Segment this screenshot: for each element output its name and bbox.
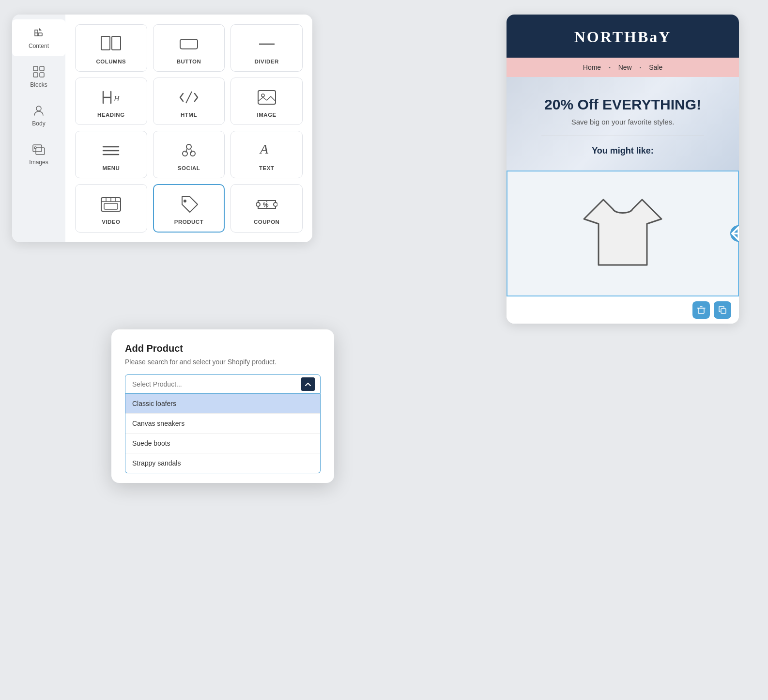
content-panel: Content Blocks Body (12, 15, 312, 242)
block-menu-label: MENU (102, 165, 120, 171)
dialog-subtitle: Please search for and select your Shopif… (125, 358, 321, 366)
add-product-dialog: Add Product Please search for and select… (111, 329, 334, 483)
svg-text:A: A (259, 141, 269, 156)
nav-sale: Sale (649, 63, 662, 71)
promo-title: 20% Off EVERYTHING! (521, 96, 724, 113)
block-text-label: TEXT (259, 165, 274, 171)
svg-rect-29 (104, 203, 118, 209)
block-product[interactable]: PRODUCT (153, 184, 225, 233)
block-social-label: SOCIAL (178, 165, 200, 171)
video-icon (100, 195, 122, 214)
block-columns[interactable]: COLUMNS (75, 24, 147, 72)
svg-point-5 (36, 106, 41, 111)
sidebar-images-label: Images (29, 159, 48, 166)
svg-point-8 (34, 147, 36, 149)
email-preview: NORTHBaY Home • New • Sale 20% Off EVERY… (507, 15, 739, 324)
email-nav: Home • New • Sale (507, 58, 739, 77)
block-text[interactable]: A TEXT (230, 131, 303, 178)
move-icon (730, 185, 739, 282)
image-icon (256, 88, 277, 107)
text-icon: A (256, 141, 277, 160)
block-social[interactable]: SOCIAL (153, 131, 225, 178)
product-option-classic-loafers[interactable]: Classic loafers (125, 394, 320, 413)
body-icon (32, 104, 46, 117)
block-button[interactable]: BUTTON (153, 24, 225, 72)
block-video[interactable]: VIDEO (75, 184, 147, 233)
product-icon (178, 195, 200, 214)
nav-dot-2: • (640, 65, 642, 70)
sidebar: Content Blocks Body (12, 15, 65, 242)
product-select-wrapper (125, 374, 321, 394)
svg-point-21 (190, 151, 195, 156)
sidebar-body-label: Body (32, 120, 45, 127)
action-bar (507, 296, 739, 324)
move-handle[interactable] (730, 225, 739, 242)
copy-icon (718, 306, 727, 314)
menu-icon (100, 141, 122, 160)
block-heading-label: HEADING (97, 112, 125, 118)
svg-line-14 (186, 92, 192, 103)
sidebar-item-blocks[interactable]: Blocks (12, 58, 65, 95)
email-hero: 20% Off EVERYTHING! Save big on your fav… (507, 77, 739, 171)
svg-text:H: H (113, 94, 120, 103)
svg-rect-4 (40, 73, 44, 77)
product-dropdown: Classic loafers Canvas sneakers Suede bo… (125, 394, 321, 473)
block-button-label: BUTTON (177, 59, 201, 64)
block-product-label: PRODUCT (174, 219, 203, 225)
svg-rect-9 (101, 36, 110, 50)
heading-icon: H (100, 88, 122, 107)
trash-icon (697, 306, 706, 314)
block-heading[interactable]: H HEADING (75, 78, 147, 125)
tshirt-illustration (574, 185, 671, 282)
block-video-label: VIDEO (102, 219, 120, 225)
block-html[interactable]: HTML (153, 78, 225, 125)
content-icon (32, 26, 46, 40)
section-title: You might like: (521, 146, 724, 156)
dialog-title: Add Product (125, 343, 321, 354)
svg-rect-7 (36, 148, 45, 155)
nav-new: New (618, 63, 632, 71)
svg-point-22 (186, 144, 191, 149)
sidebar-content-label: Content (29, 43, 49, 49)
images-icon (32, 142, 46, 156)
block-divider-label: DIVIDER (255, 59, 279, 64)
columns-icon (100, 34, 122, 54)
svg-rect-15 (258, 91, 276, 104)
brand-name: NORTHBaY (516, 28, 729, 46)
svg-text:%: % (263, 201, 269, 208)
delete-button[interactable] (692, 301, 710, 319)
divider-line (541, 136, 704, 136)
blocks-icon (32, 65, 46, 78)
svg-rect-1 (33, 66, 38, 71)
block-html-label: HTML (181, 112, 197, 118)
sidebar-item-content[interactable]: Content (12, 19, 65, 56)
social-icon (178, 141, 200, 160)
svg-point-32 (274, 202, 277, 206)
button-icon (178, 34, 200, 54)
nav-home: Home (583, 63, 601, 71)
product-option-strappy-sandals[interactable]: Strappy sandals (125, 453, 320, 473)
svg-rect-2 (40, 66, 44, 71)
product-search-input[interactable] (125, 374, 321, 394)
product-option-suede-boots[interactable]: Suede boots (125, 433, 320, 453)
block-coupon-label: COUPON (254, 219, 279, 225)
block-menu[interactable]: MENU (75, 131, 147, 178)
sidebar-item-body[interactable]: Body (12, 97, 65, 134)
sidebar-blocks-label: Blocks (30, 81, 47, 88)
promo-subtitle: Save big on your favorite styles. (521, 118, 724, 126)
block-image[interactable]: IMAGE (230, 78, 303, 125)
product-option-canvas-sneakers[interactable]: Canvas sneakers (125, 413, 320, 433)
html-icon (178, 88, 200, 107)
coupon-icon: % (256, 195, 277, 214)
svg-rect-35 (698, 308, 704, 313)
product-area[interactable] (507, 171, 739, 296)
block-divider[interactable]: DIVIDER (230, 24, 303, 72)
duplicate-button[interactable] (714, 301, 731, 319)
svg-rect-38 (721, 309, 726, 313)
svg-rect-3 (33, 73, 38, 77)
divider-icon (256, 34, 277, 54)
svg-rect-0 (38, 33, 42, 36)
sidebar-item-images[interactable]: Images (12, 136, 65, 172)
svg-point-16 (261, 94, 264, 97)
block-coupon[interactable]: % COUPON (230, 184, 303, 233)
